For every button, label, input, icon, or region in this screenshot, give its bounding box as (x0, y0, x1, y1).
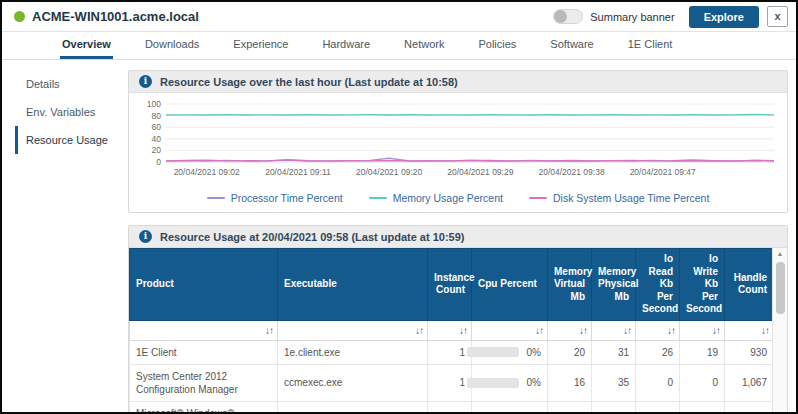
cell-cpu-percent: 0% (472, 364, 548, 401)
sidebar: DetailsEnv. VariablesResource Usage (2, 60, 124, 414)
sort-icon[interactable]: ↓↑ (712, 324, 720, 337)
cpu-percent-value: 0% (527, 346, 541, 359)
info-icon[interactable]: i (139, 75, 152, 88)
sort-icon[interactable]: ↓↑ (459, 324, 467, 337)
summary-banner-toggle[interactable] (553, 9, 583, 24)
filter-cell-cpu-percent[interactable]: ↓↑ (472, 320, 548, 340)
legend-item[interactable]: Memory Usage Percent (369, 192, 503, 204)
column-header-handle-count[interactable]: Handle Count (725, 249, 774, 321)
legend-label: Processor Time Percent (231, 192, 343, 204)
table-scrollbar[interactable]: ▲ ▼ (772, 248, 787, 414)
cell-cpu-percent: 0% (472, 401, 548, 414)
tab-policies[interactable]: Policies (476, 32, 518, 59)
tab-network[interactable]: Network (402, 32, 446, 59)
cell-memory-virtual-mb: 3 (548, 401, 592, 414)
svg-text:40: 40 (152, 134, 162, 144)
toggle-knob[interactable] (554, 10, 567, 23)
sort-icon[interactable]: ↓↑ (265, 324, 273, 337)
sort-icon[interactable]: ↓↑ (535, 324, 543, 337)
filter-cell-memory-physical-mb[interactable]: ↓↑ (592, 320, 636, 340)
cell-io-write-kb-per-second: 0 (680, 401, 725, 414)
column-header-memory-virtual-mb[interactable]: Memory Virtual Mb (548, 249, 592, 321)
legend-item[interactable]: Processor Time Percent (207, 192, 343, 204)
chart-panel: i Resource Usage over the last hour (Las… (128, 70, 788, 213)
svg-text:20: 20 (152, 145, 162, 155)
legend-label: Disk System Usage Time Percent (553, 192, 709, 204)
device-title: ACME-WIN1001.acme.local (32, 9, 199, 24)
sidebar-item-details[interactable]: Details (15, 70, 124, 98)
column-header-memory-physical-mb[interactable]: Memory Physical Mb (592, 249, 636, 321)
column-header-executable[interactable]: Executable (278, 249, 428, 321)
chart-panel-title: Resource Usage over the last hour (Last … (160, 76, 458, 88)
column-header-io-read-kb-per-second[interactable]: Io Read Kb Per Second (636, 249, 680, 321)
column-header-cpu-percent[interactable]: Cpu Percent (472, 249, 548, 321)
cell-io-read-kb-per-second: 0 (636, 364, 680, 401)
process-table: ProductExecutableInstance CountCpu Perce… (129, 248, 774, 414)
svg-text:20/04/2021 09:11: 20/04/2021 09:11 (265, 167, 331, 177)
cell-executable: csrss.exe (278, 401, 428, 414)
process-table-wrap: ProductExecutableInstance CountCpu Perce… (129, 248, 787, 414)
svg-text:20/04/2021 09:47: 20/04/2021 09:47 (630, 167, 696, 177)
cell-io-read-kb-per-second: 26 (636, 340, 680, 364)
svg-text:0: 0 (156, 157, 161, 167)
column-header-product[interactable]: Product (130, 249, 278, 321)
table-panel-header: i Resource Usage at 20/04/2021 09:58 (La… (129, 226, 787, 248)
filter-cell-product[interactable]: ↓↑ (130, 320, 278, 340)
line-chart: 02040608010020/04/2021 09:0220/04/2021 0… (133, 99, 781, 185)
svg-text:20/04/2021 09:29: 20/04/2021 09:29 (447, 167, 513, 177)
table-row: Microsoft® Windows® Operating Systemcsrs… (130, 401, 774, 414)
tab-software[interactable]: Software (548, 32, 595, 59)
table-filter-row: ↓↑↓↑↓↑↓↑↓↑↓↑↓↑↓↑↓↑ (130, 320, 774, 340)
scrollbar-thumb[interactable] (776, 262, 785, 314)
cell-handle-count: 626 (725, 401, 774, 414)
legend-swatch (369, 197, 387, 199)
tab-experience[interactable]: Experience (231, 32, 290, 59)
sidebar-item-env-variables[interactable]: Env. Variables (15, 98, 124, 126)
svg-text:100: 100 (147, 99, 161, 109)
filter-cell-instance-count[interactable]: ↓↑ (428, 320, 472, 340)
cell-executable: 1e.client.exe (278, 340, 428, 364)
cell-executable: ccmexec.exe (278, 364, 428, 401)
legend-item[interactable]: Disk System Usage Time Percent (529, 192, 709, 204)
resource-usage-chart: 02040608010020/04/2021 09:0220/04/2021 0… (129, 93, 787, 189)
cell-handle-count: 1,067 (725, 364, 774, 401)
cell-cpu-percent: 0% (472, 340, 548, 364)
explore-button[interactable]: Explore (689, 6, 759, 28)
scroll-up-icon[interactable]: ▲ (773, 250, 787, 257)
close-button[interactable]: x (767, 6, 788, 27)
filter-cell-executable[interactable]: ↓↑ (278, 320, 428, 340)
sort-icon[interactable]: ↓↑ (415, 324, 423, 337)
sidebar-item-resource-usage[interactable]: Resource Usage (15, 126, 124, 154)
tab-bar: OverviewDownloadsExperienceHardwareNetwo… (2, 32, 796, 60)
sort-icon[interactable]: ↓↑ (667, 324, 675, 337)
table-row: 1E Client1e.client.exe10%20312619930 (130, 340, 774, 364)
info-icon[interactable]: i (139, 230, 152, 243)
filter-cell-memory-virtual-mb[interactable]: ↓↑ (548, 320, 592, 340)
summary-banner-label: Summary banner (590, 11, 674, 23)
tab-hardware[interactable]: Hardware (320, 32, 372, 59)
table-panel: i Resource Usage at 20/04/2021 09:58 (La… (128, 225, 788, 414)
column-header-io-write-kb-per-second[interactable]: Io Write Kb Per Second (680, 249, 725, 321)
cell-memory-virtual-mb: 20 (548, 340, 592, 364)
cell-memory-virtual-mb: 16 (548, 364, 592, 401)
tab-overview[interactable]: Overview (60, 32, 113, 59)
tab-downloads[interactable]: Downloads (143, 32, 201, 59)
cell-product: System Center 2012 Configuration Manager (130, 364, 278, 401)
cell-instance-count: 1 (428, 340, 472, 364)
filter-cell-io-write-kb-per-second[interactable]: ↓↑ (680, 320, 725, 340)
cpu-usage-bar (467, 378, 519, 388)
cell-handle-count: 930 (725, 340, 774, 364)
filter-cell-io-read-kb-per-second[interactable]: ↓↑ (636, 320, 680, 340)
svg-text:20/04/2021 09:38: 20/04/2021 09:38 (538, 167, 604, 177)
sort-icon[interactable]: ↓↑ (761, 324, 769, 337)
sort-icon[interactable]: ↓↑ (579, 324, 587, 337)
column-header-instance-count[interactable]: Instance Count (428, 249, 472, 321)
title-bar: ACME-WIN1001.acme.local Summary banner E… (2, 2, 796, 32)
cell-io-write-kb-per-second: 19 (680, 340, 725, 364)
legend-swatch (529, 197, 547, 199)
filter-cell-handle-count[interactable]: ↓↑ (725, 320, 774, 340)
cell-instance-count: 2 (428, 401, 472, 414)
tab-1e-client[interactable]: 1E Client (626, 32, 675, 59)
sort-icon[interactable]: ↓↑ (623, 324, 631, 337)
main-content: i Resource Usage over the last hour (Las… (124, 60, 796, 414)
